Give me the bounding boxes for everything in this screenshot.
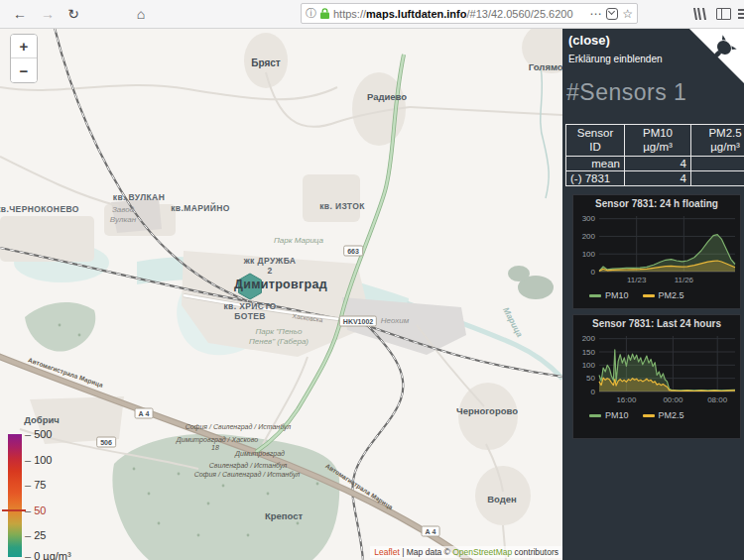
svg-text:11/26: 11/26 (675, 276, 694, 284)
last-24-hours-chart: 05010015020016:0000:0008:00 (573, 330, 740, 407)
table-cell: 2 (691, 156, 744, 170)
chart-legend-item[interactable]: PM10 (589, 410, 629, 420)
legend-tick: 0 µg/m³ (25, 550, 71, 560)
sensor-table-row[interactable]: (-) 783142 (566, 170, 744, 185)
legend-tick: 25 (25, 529, 46, 541)
map-artwork (0, 28, 562, 560)
browser-toolbar: ← → ↻ ⌂ ⓘ https://maps.luftdaten.info/#1… (0, 0, 744, 29)
osm-link[interactable]: OpenStreetMap (452, 547, 512, 557)
svg-text:100: 100 (582, 361, 596, 370)
svg-text:08:00: 08:00 (707, 395, 728, 404)
table-cell: 4 (625, 156, 691, 170)
svg-text:150: 150 (582, 348, 596, 357)
legend-tick: 500 (25, 428, 52, 440)
legend-tick: 100 (25, 454, 52, 466)
chart-legend: PM10PM2.5 (589, 290, 740, 300)
legend-tick: 50 (25, 504, 46, 516)
back-icon[interactable]: ← (8, 2, 32, 26)
svg-text:0: 0 (591, 268, 596, 277)
library-icon[interactable] (693, 8, 697, 20)
svg-text:300: 300 (582, 214, 596, 223)
bookmark-star-icon[interactable]: ☆ (622, 7, 633, 21)
table-header: PM10µg/m³ (625, 125, 691, 157)
table-cell: (-) 7831 (566, 170, 625, 185)
table-header: SensorID (566, 125, 625, 157)
sidebar-toggle-icon[interactable] (716, 8, 731, 20)
chart-legend-item[interactable]: PM10 (589, 290, 629, 300)
zoom-in-button[interactable]: + (11, 35, 37, 58)
reload-icon[interactable]: ↻ (62, 2, 85, 26)
table-cell: 2 (691, 170, 744, 185)
close-link[interactable]: (close) (568, 33, 610, 48)
explain-link[interactable]: Erklärung einblenden (568, 54, 663, 64)
svg-text:00:00: 00:00 (663, 395, 683, 404)
chart-panel-last24h: Sensor 7831: Last 24 hours 0501001502001… (572, 314, 741, 439)
url-bar[interactable]: ⓘ https://maps.luftdaten.info/#13/42.056… (301, 3, 638, 24)
legend-tick: 75 (25, 479, 46, 491)
svg-text:16:00: 16:00 (616, 395, 637, 404)
chart-title: Sensor 7831: 24 h floating (573, 197, 740, 210)
table-header: PM2.5µg/m³ (691, 125, 744, 157)
map-attribution: Leaflet | Map data © OpenStreetMap contr… (370, 546, 562, 558)
floating-average-chart: 010020030011/2311/26 (573, 210, 740, 287)
svg-text:200: 200 (582, 334, 596, 343)
url-text: https://maps.luftdaten.info/#13/42.0560/… (333, 8, 585, 20)
github-corner-icon[interactable] (688, 28, 744, 83)
aqi-legend: 5001007550250 µg/m³ (0, 428, 71, 560)
legend-threshold-line (2, 509, 26, 511)
home-icon[interactable]: ⌂ (129, 2, 153, 26)
pocket-icon[interactable] (606, 8, 618, 20)
forward-icon[interactable]: → (36, 2, 60, 26)
lock-icon (320, 8, 329, 19)
legend-gradient-bar (8, 434, 22, 557)
svg-text:100: 100 (582, 250, 596, 259)
table-cell: 4 (625, 170, 691, 185)
svg-text:11/23: 11/23 (627, 276, 647, 284)
sensor-table: SensorIDPM10µg/m³PM2.5µg/m³mean42(-) 783… (565, 124, 744, 186)
svg-text:200: 200 (582, 232, 596, 241)
chart-panel-floating: Sensor 7831: 24 h floating 010020030011/… (572, 194, 741, 309)
screen: ← → ↻ ⌂ ⓘ https://maps.luftdaten.info/#1… (0, 0, 744, 560)
sensor-table-row: mean42 (566, 156, 744, 170)
map-canvas[interactable]: БрястРадиевоГолямо Акв.ЧЕРНОКОНЕВОкв. ВУ… (0, 28, 562, 560)
attribution-suffix: contributors (512, 547, 558, 557)
attribution-text: | Map data © (400, 547, 452, 557)
chart-legend-item[interactable]: PM2.5 (643, 290, 684, 300)
leaflet-link[interactable]: Leaflet (374, 547, 400, 557)
page-info-icon[interactable]: ⓘ (306, 6, 316, 21)
table-cell: mean (566, 156, 625, 170)
chart-legend: PM10PM2.5 (589, 410, 740, 420)
svg-text:50: 50 (586, 374, 595, 383)
chart-legend-item[interactable]: PM2.5 (643, 410, 684, 420)
svg-text:0: 0 (591, 388, 596, 396)
sensors-title: #Sensors 1 (566, 79, 686, 106)
map-zoom-control: + − (10, 34, 38, 83)
chart-title: Sensor 7831: Last 24 hours (573, 317, 740, 330)
zoom-out-button[interactable]: − (11, 58, 37, 82)
page-actions-icon[interactable]: ⋯ (589, 7, 602, 21)
sensor-sidebar: (close) Erklärung einblenden #Sensors 1 … (562, 28, 744, 560)
menu-icon[interactable] (738, 13, 744, 15)
